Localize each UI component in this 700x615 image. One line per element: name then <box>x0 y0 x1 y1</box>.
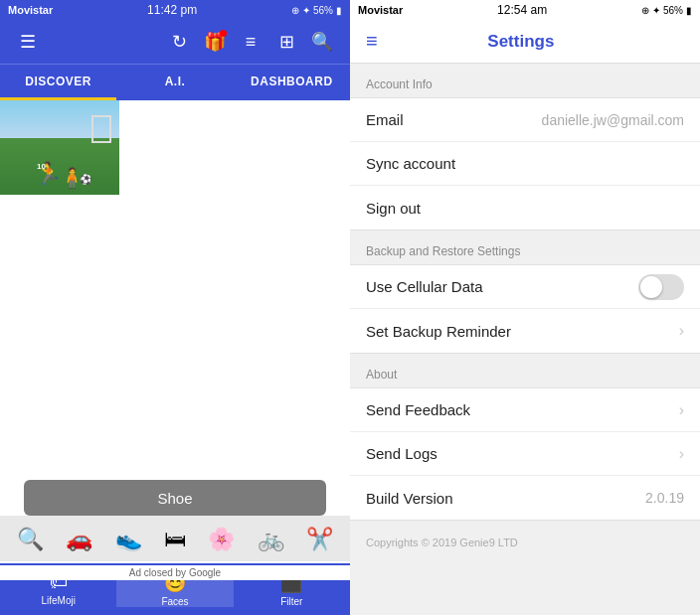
settings-content: Account Info Email danielle.jw@gmail.com… <box>350 64 700 615</box>
soccer-field-image: 🏃 🧍 ⚽ 10 <box>0 100 119 195</box>
build-version-row: Build Version 2.0.19 <box>350 476 700 520</box>
emoji-bed[interactable]: 🛏 <box>164 527 186 552</box>
right-topbar: ≡ Settings <box>350 20 700 64</box>
about-header: About <box>350 354 700 387</box>
left-content: 🏃 🧍 ⚽ 10 Shoe 🔍 🚗 👟 🛏 🌸 🚲 ✂️ 🏷 <box>0 100 350 615</box>
backup-header: Backup and Restore Settings <box>350 231 700 264</box>
right-bluetooth-icon: ✦ <box>652 5 660 16</box>
sync-account-label: Sync account <box>366 155 455 172</box>
left-nav: DISCOVER A.I. DASHBOARD <box>0 64 350 100</box>
account-info-group: Email danielle.jw@gmail.com Sync account… <box>350 97 700 231</box>
right-status-icons: ⊕ ✦ 56% ▮ <box>641 5 692 16</box>
soccer-thumbnail[interactable]: 🏃 🧍 ⚽ 10 <box>0 100 119 195</box>
backup-reminder-chevron: › <box>679 322 684 340</box>
grid-icon: ⊞ <box>279 31 294 53</box>
right-panel: Movistar 12:54 am ⊕ ✦ 56% ▮ ≡ Settings A… <box>350 0 700 615</box>
email-label: Email <box>366 111 404 128</box>
send-feedback-row[interactable]: Send Feedback › <box>350 388 700 432</box>
account-info-header: Account Info <box>350 64 700 97</box>
left-topbar: ☰ ↻ 🎁 ≡ ⊞ 🔍 <box>0 20 350 64</box>
menu-button[interactable]: ☰ <box>12 26 44 58</box>
ball-icon: ⚽ <box>80 174 91 185</box>
backup-reminder-label: Set Backup Reminder <box>366 323 511 340</box>
right-time: 12:54 am <box>497 3 547 17</box>
send-feedback-chevron: › <box>679 401 684 419</box>
left-time: 11:42 pm <box>147 3 197 17</box>
backup-group: Use Cellular Data Set Backup Reminder › <box>350 264 700 354</box>
right-gps-icon: ⊕ <box>641 5 649 16</box>
bluetooth-icon: ✦ <box>302 5 310 16</box>
left-status-bar: Movistar 11:42 pm ⊕ ✦ 56% ▮ <box>0 0 350 20</box>
send-logs-row[interactable]: Send Logs › <box>350 432 700 476</box>
right-battery-icon: ▮ <box>686 5 692 16</box>
emoji-search-bar: 🔍 🚗 👟 🛏 🌸 🚲 ✂️ <box>0 516 350 563</box>
refresh-icon: ↻ <box>172 31 187 53</box>
sign-out-label: Sign out <box>366 200 421 217</box>
faces-label: Faces <box>161 596 188 607</box>
top-icons: ↻ 🎁 ≡ ⊞ 🔍 <box>163 26 338 58</box>
right-menu-button[interactable]: ≡ <box>366 30 378 53</box>
lifemoji-label: LifeMoji <box>41 595 75 606</box>
gps-icon: ⊕ <box>291 5 299 16</box>
build-version-value: 2.0.19 <box>645 490 684 506</box>
shoe-label: Shoe <box>157 490 192 507</box>
email-row: Email danielle.jw@gmail.com <box>350 98 700 142</box>
ad-closed-text: Ad closed by Google <box>0 565 350 580</box>
right-battery: 56% <box>663 5 683 16</box>
filter-label: Filter <box>280 596 302 607</box>
backup-reminder-row[interactable]: Set Backup Reminder › <box>350 309 700 353</box>
email-value: danielle.jw@gmail.com <box>542 112 684 128</box>
emoji-tank[interactable]: 🚗 <box>66 527 92 552</box>
left-status-icons: ⊕ ✦ 56% ▮ <box>291 5 342 16</box>
gift-badge <box>220 30 227 37</box>
emoji-search[interactable]: 🔍 <box>17 527 44 552</box>
search-icon: 🔍 <box>311 31 333 53</box>
cellular-data-row: Use Cellular Data <box>350 265 700 309</box>
hamburger-icon: ☰ <box>20 31 36 53</box>
send-logs-label: Send Logs <box>366 445 438 462</box>
search-button[interactable]: 🔍 <box>306 26 338 58</box>
gift-button[interactable]: 🎁 <box>199 26 231 58</box>
battery-icon: ▮ <box>336 5 342 16</box>
send-logs-chevron: › <box>679 445 684 463</box>
goal-post <box>91 115 111 143</box>
right-status-bar: Movistar 12:54 am ⊕ ✦ 56% ▮ <box>350 0 700 20</box>
emoji-flower[interactable]: 🌸 <box>208 527 235 552</box>
build-version-label: Build Version <box>366 490 453 507</box>
emoji-shoe[interactable]: 👟 <box>115 527 142 552</box>
nav-dashboard[interactable]: DASHBOARD <box>234 65 350 100</box>
jersey-number: 10 <box>37 162 46 171</box>
about-group: Send Feedback › Send Logs › Build Versio… <box>350 387 700 521</box>
emoji-bicycle[interactable]: 🚲 <box>258 527 284 552</box>
emoji-scissors[interactable]: ✂️ <box>306 527 333 552</box>
grid-button[interactable]: ⊞ <box>270 26 302 58</box>
settings-title: Settings <box>394 32 648 52</box>
ad-closed-bar: Ad closed by Google <box>0 561 350 563</box>
sync-account-row[interactable]: Sync account <box>350 142 700 186</box>
left-battery: 56% <box>313 5 333 16</box>
send-feedback-label: Send Feedback <box>366 401 470 418</box>
left-panel: Movistar 11:42 pm ⊕ ✦ 56% ▮ ☰ ↻ 🎁 ≡ ⊞ <box>0 0 350 615</box>
filter-icon: ≡ <box>246 32 257 53</box>
sign-out-row[interactable]: Sign out <box>350 186 700 230</box>
refresh-button[interactable]: ↻ <box>163 26 195 58</box>
copyright-text: Copyrights © 2019 Genie9 LTD <box>350 521 700 564</box>
cellular-data-toggle[interactable] <box>638 274 684 300</box>
left-carrier: Movistar <box>8 4 53 16</box>
filter-button[interactable]: ≡ <box>235 26 266 58</box>
shoe-search-bar[interactable]: Shoe <box>24 480 326 516</box>
right-carrier: Movistar <box>358 4 403 16</box>
cellular-data-label: Use Cellular Data <box>366 278 483 295</box>
nav-discover[interactable]: DISCOVER <box>0 65 116 100</box>
nav-ai[interactable]: A.I. <box>116 65 233 100</box>
